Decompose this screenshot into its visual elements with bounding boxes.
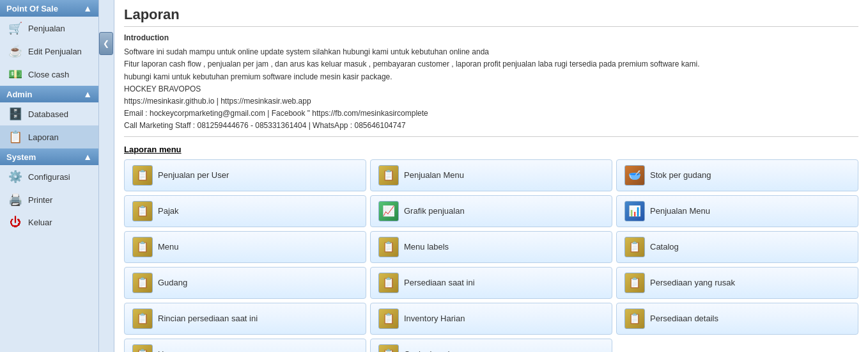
menu-card-icon-stok-per-gudang: 🥣	[624, 165, 645, 186]
intro-line: HOCKEY BRAVOPOS	[124, 83, 858, 95]
intro-line: Email : hockeycorpmarketing@gmail.com | …	[124, 108, 858, 120]
menu-card-penjualan-per-user[interactable]: 📋 Penjualan per User	[124, 159, 366, 191]
sidebar-section-point-of-sale[interactable]: Point Of Sale▲	[0, 0, 98, 17]
sidebar: Point Of Sale▲🛒Penjualan☕Edit Penjualan💵…	[0, 0, 99, 352]
menu-card-icon-cash-closed: 📋	[378, 344, 399, 353]
sidebar-item-icon-penjualan: 🛒	[8, 21, 23, 35]
sidebar-toggle-wrapper: ❮	[99, 0, 114, 352]
menu-card-icon-penjualan-per-user: 📋	[132, 165, 153, 186]
menu-card-persediaan-saat-ini[interactable]: 📋 Persediaan saat ini	[370, 267, 612, 299]
page-title: Laporan	[124, 6, 858, 27]
menu-grid: 📋 Penjualan per User 📋 Penjualan Menu 🥣 …	[124, 159, 858, 353]
menu-card-pajak[interactable]: 📋 Pajak	[124, 195, 366, 227]
content-area: Laporan Introduction Software ini sudah …	[114, 0, 868, 352]
sidebar-item-label-edit-penjualan: Edit Penjualan	[28, 47, 82, 56]
sidebar-item-printer[interactable]: 🖨️Printer	[0, 188, 98, 211]
main-content: Laporan Introduction Software ini sudah …	[114, 0, 868, 352]
menu-card-icon-menu-labels: 📋	[378, 237, 399, 257]
menu-card-label-menu-labels: Menu labels	[404, 242, 449, 252]
menu-card-label-menu: Menu	[158, 242, 179, 252]
menu-card-catalog[interactable]: 📋 Catalog	[616, 231, 858, 263]
menu-card-label-cash-closed: Cash closed	[404, 349, 450, 352]
menu-card-label-penjualan-per-user: Penjualan per User	[158, 170, 229, 180]
sidebar-item-label-close-cash: Close cash	[28, 70, 69, 79]
sidebar-item-label-laporan: Laporan	[28, 132, 59, 142]
menu-card-grafik-penjualan[interactable]: 📈 Grafik penjualan	[370, 195, 612, 227]
intro-line: hubungi kami untuk kebutuhan premium sof…	[124, 71, 858, 83]
chevron-icon: ▲	[83, 89, 92, 99]
menu-card-label-penjualan-menu-2: Penjualan Menu	[650, 206, 710, 216]
sidebar-item-icon-laporan: 📋	[8, 130, 23, 144]
intro-line: Software ini sudah mampu untuk online up…	[124, 46, 858, 58]
menu-card-icon-users: 📋	[132, 344, 153, 353]
menu-card-icon-catalog: 📋	[624, 237, 645, 257]
menu-card-icon-grafik-penjualan: 📈	[378, 201, 399, 221]
sidebar-section-label-point-of-sale: Point Of Sale	[6, 4, 58, 13]
sidebar-toggle-button[interactable]: ❮	[99, 32, 113, 55]
menu-card-label-inventory-harian: Inventory Harian	[404, 314, 465, 323]
intro-line: Call Marketing Staff : 081259444676 - 08…	[124, 120, 858, 132]
menu-card-icon-persediaan-rusak: 📋	[624, 273, 645, 293]
menu-card-cash-closed[interactable]: 📋 Cash closed	[370, 339, 612, 353]
sidebar-item-edit-penjualan[interactable]: ☕Edit Penjualan	[0, 40, 98, 63]
intro-lines: Software ini sudah mampu untuk online up…	[124, 46, 858, 132]
intro-line: https://mesinkasir.github.io | https://m…	[124, 95, 858, 108]
menu-card-label-stok-per-gudang: Stok per gudang	[650, 170, 711, 180]
menu-card-users[interactable]: 📋 Users	[124, 339, 366, 353]
laporan-menu-title: Laporan menu	[124, 145, 858, 154]
menu-card-icon-menu: 📋	[132, 237, 153, 257]
menu-card-rincian-persediaan[interactable]: 📋 Rincian persediaan saat ini	[124, 303, 366, 335]
sidebar-item-label-penjualan: Penjualan	[28, 24, 65, 33]
sidebar-item-label-keluar: Keluar	[28, 218, 52, 227]
menu-card-label-persediaan-saat-ini: Persediaan saat ini	[404, 278, 475, 287]
menu-card-label-pajak: Pajak	[158, 206, 179, 216]
menu-card-penjualan-menu-1[interactable]: 📋 Penjualan Menu	[370, 159, 612, 191]
menu-card-icon-inventory-harian: 📋	[378, 308, 399, 329]
menu-card-icon-rincian-persediaan: 📋	[132, 308, 153, 329]
menu-card-icon-persediaan-saat-ini: 📋	[378, 273, 399, 293]
menu-card-label-users: Users	[158, 349, 180, 352]
sidebar-item-label-printer: Printer	[28, 195, 52, 205]
sidebar-item-icon-edit-penjualan: ☕	[8, 44, 23, 58]
sidebar-section-label-admin: Admin	[6, 90, 32, 99]
menu-card-icon-gudang: 📋	[132, 273, 153, 293]
menu-card-icon-penjualan-menu-1: 📋	[378, 165, 399, 186]
intro-line: Fitur laporan cash flow , penjualan per …	[124, 58, 858, 70]
sidebar-item-penjualan[interactable]: 🛒Penjualan	[0, 17, 98, 40]
sidebar-section-system[interactable]: System▲	[0, 148, 98, 165]
sidebar-section-label-system: System	[6, 152, 36, 162]
menu-card-gudang[interactable]: 📋 Gudang	[124, 267, 366, 299]
sidebar-item-label-databased: Databased	[28, 109, 68, 119]
menu-card-label-persediaan-details: Persediaan details	[650, 314, 718, 323]
menu-card-stok-per-gudang[interactable]: 🥣 Stok per gudang	[616, 159, 858, 191]
sidebar-section-admin[interactable]: Admin▲	[0, 86, 98, 102]
sidebar-item-icon-databased: 🗄️	[8, 107, 23, 121]
sidebar-item-icon-close-cash: 💵	[8, 67, 23, 81]
menu-card-menu[interactable]: 📋 Menu	[124, 231, 366, 263]
sidebar-item-laporan[interactable]: 📋Laporan	[0, 125, 98, 148]
menu-card-label-persediaan-rusak: Persediaan yang rusak	[650, 278, 735, 287]
menu-card-penjualan-menu-2[interactable]: 📊 Penjualan Menu	[616, 195, 858, 227]
menu-card-label-rincian-persediaan: Rincian persediaan saat ini	[158, 314, 258, 323]
menu-card-persediaan-rusak[interactable]: 📋 Persediaan yang rusak	[616, 267, 858, 299]
intro-title: Introduction	[124, 32, 858, 44]
menu-card-icon-penjualan-menu-2: 📊	[624, 201, 645, 221]
menu-card-icon-persediaan-details: 📋	[624, 308, 645, 329]
menu-card-label-gudang: Gudang	[158, 278, 187, 287]
menu-card-persediaan-details[interactable]: 📋 Persediaan details	[616, 303, 858, 335]
menu-card-label-catalog: Catalog	[650, 242, 679, 252]
menu-card-label-grafik-penjualan: Grafik penjualan	[404, 206, 465, 216]
menu-card-inventory-harian[interactable]: 📋 Inventory Harian	[370, 303, 612, 335]
sidebar-item-icon-printer: 🖨️	[8, 193, 23, 207]
sidebar-item-close-cash[interactable]: 💵Close cash	[0, 63, 98, 86]
chevron-icon: ▲	[83, 3, 92, 13]
sidebar-item-keluar[interactable]: ⏻Keluar	[0, 211, 98, 234]
menu-card-icon-pajak: 📋	[132, 201, 153, 221]
chevron-icon: ▲	[83, 152, 92, 162]
intro-divider	[124, 136, 858, 137]
sidebar-item-configurasi[interactable]: ⚙️Configurasi	[0, 165, 98, 188]
menu-card-menu-labels[interactable]: 📋 Menu labels	[370, 231, 612, 263]
sidebar-item-label-configurasi: Configurasi	[28, 172, 70, 182]
sidebar-item-icon-configurasi: ⚙️	[8, 170, 23, 184]
sidebar-item-databased[interactable]: 🗄️Databased	[0, 102, 98, 125]
